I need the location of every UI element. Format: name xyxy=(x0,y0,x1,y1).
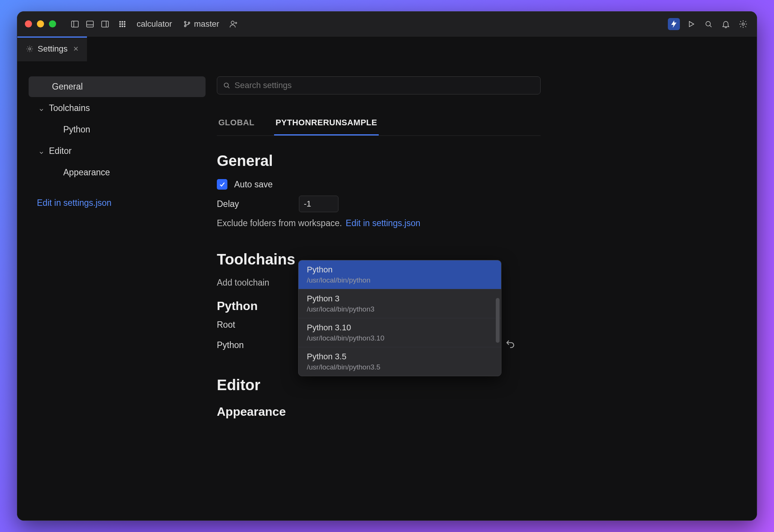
svg-point-12 xyxy=(120,26,121,27)
svg-point-16 xyxy=(184,25,186,26)
svg-point-6 xyxy=(120,21,121,22)
scope-global[interactable]: GLOBAL xyxy=(217,112,256,135)
svg-point-11 xyxy=(124,23,125,24)
chevron-down-icon xyxy=(38,148,45,155)
dd-name: Python xyxy=(307,265,493,275)
svg-point-10 xyxy=(122,23,123,24)
play-icon[interactable] xyxy=(685,18,697,30)
nav-general[interactable]: General xyxy=(29,76,206,97)
python-dropdown: Python /usr/local/bin/python Python 3 /u… xyxy=(298,260,501,376)
search-input[interactable] xyxy=(217,76,541,94)
dropdown-item[interactable]: Python 3.5 /usr/local/bin/python3.5 xyxy=(299,347,501,376)
svg-point-9 xyxy=(120,23,121,24)
nav: General Toolchains Python Editor Appeara… xyxy=(29,76,206,183)
dd-path: /usr/local/bin/python3.5 xyxy=(307,363,493,371)
sidebar: General Toolchains Python Editor Appeara… xyxy=(17,61,217,520)
svg-point-22 xyxy=(706,21,710,26)
nav-label: Appearance xyxy=(63,167,110,178)
close-window[interactable] xyxy=(25,20,32,27)
dd-path: /usr/local/bin/python xyxy=(307,276,493,284)
svg-point-8 xyxy=(124,21,125,22)
scope-project[interactable]: PYTHONRERUNSAMPLE xyxy=(274,112,379,135)
svg-point-25 xyxy=(29,48,31,50)
close-icon[interactable]: ✕ xyxy=(73,45,79,53)
nav-toolchains[interactable]: Toolchains xyxy=(29,98,206,119)
bell-icon[interactable] xyxy=(720,18,732,30)
branch-label: master xyxy=(194,19,219,29)
grid-icon[interactable] xyxy=(116,18,128,30)
nav-editor[interactable]: Editor xyxy=(29,141,206,161)
dd-name: Python 3.10 xyxy=(307,323,493,333)
nav-label: Editor xyxy=(49,146,72,156)
minimize-window[interactable] xyxy=(37,20,44,27)
svg-line-27 xyxy=(228,87,229,88)
dropdown-item[interactable]: Python 3 /usr/local/bin/python3 xyxy=(299,289,501,318)
content: GLOBAL PYTHONRERUNSAMPLE General Auto sa… xyxy=(217,61,541,520)
scrollbar[interactable] xyxy=(496,298,500,343)
window: calculator master Settings ✕ General xyxy=(17,11,757,521)
tab-label: Settings xyxy=(38,44,68,54)
svg-rect-2 xyxy=(87,21,93,27)
autosave-checkbox[interactable] xyxy=(217,179,227,190)
add-user-icon[interactable] xyxy=(227,18,239,30)
svg-point-24 xyxy=(742,23,744,25)
traffic-lights xyxy=(25,20,56,27)
nav-label: General xyxy=(52,82,83,92)
autosave-row: Auto save xyxy=(217,179,541,190)
zoom-window[interactable] xyxy=(49,20,56,27)
settings-icon xyxy=(26,45,34,53)
nav-label: Python xyxy=(63,125,90,135)
nav-appearance[interactable]: Appearance xyxy=(29,162,206,183)
svg-point-18 xyxy=(231,21,234,24)
panel-bottom-icon[interactable] xyxy=(84,18,96,30)
svg-rect-4 xyxy=(102,21,108,27)
titlebar: calculator master xyxy=(17,12,757,36)
svg-point-15 xyxy=(184,21,186,23)
edit-settings-json-link[interactable]: Edit in settings.json xyxy=(29,194,206,212)
gear-icon[interactable] xyxy=(737,18,749,30)
delay-row: Delay xyxy=(217,196,541,212)
chevron-down-icon xyxy=(38,105,45,112)
autosave-label: Auto save xyxy=(234,179,273,190)
delay-input[interactable] xyxy=(299,196,338,212)
nav-python[interactable]: Python xyxy=(29,119,206,140)
check-icon xyxy=(219,181,225,188)
svg-point-13 xyxy=(122,26,123,27)
appearance-title: Appearance xyxy=(217,405,541,419)
exclude-row: Exclude folders from workspace. Edit in … xyxy=(217,218,541,228)
tab-settings[interactable]: Settings ✕ xyxy=(17,36,87,61)
dd-path: /usr/local/bin/python3.10 xyxy=(307,334,493,342)
body: General Toolchains Python Editor Appeara… xyxy=(17,61,757,520)
git-branch[interactable]: master xyxy=(183,19,219,29)
search-icon xyxy=(222,81,231,90)
panel-left-icon[interactable] xyxy=(69,18,81,30)
dd-name: Python 3 xyxy=(307,294,493,304)
section-title: Editor xyxy=(217,377,541,394)
dropdown-item[interactable]: Python 3.10 /usr/local/bin/python3.10 xyxy=(299,318,501,347)
undo-button[interactable] xyxy=(505,339,515,351)
svg-point-17 xyxy=(188,22,190,23)
svg-line-23 xyxy=(710,25,712,27)
panel-right-icon[interactable] xyxy=(99,18,111,30)
search-field[interactable] xyxy=(235,81,535,90)
tabstrip: Settings ✕ xyxy=(17,36,757,61)
dropdown-item[interactable]: Python /usr/local/bin/python xyxy=(299,260,501,289)
exclude-text: Exclude folders from workspace. xyxy=(217,218,342,228)
delay-label: Delay xyxy=(217,199,292,209)
svg-marker-21 xyxy=(689,21,694,27)
root-label: Root xyxy=(217,320,292,330)
python-label: Python xyxy=(217,340,292,350)
dd-path: /usr/local/bin/python3 xyxy=(307,305,493,313)
section-title: General xyxy=(217,152,541,169)
exclude-link[interactable]: Edit in settings.json xyxy=(346,218,420,228)
lightning-icon[interactable] xyxy=(668,18,680,30)
dd-name: Python 3.5 xyxy=(307,352,493,362)
search-icon[interactable] xyxy=(702,18,715,30)
nav-label: Toolchains xyxy=(49,103,90,113)
svg-rect-0 xyxy=(72,21,78,27)
svg-point-14 xyxy=(124,26,125,27)
project-name[interactable]: calculator xyxy=(137,19,172,29)
svg-point-7 xyxy=(122,21,123,22)
scope-tabs: GLOBAL PYTHONRERUNSAMPLE xyxy=(217,112,541,136)
add-toolchain-label: Add toolchain xyxy=(217,278,269,288)
